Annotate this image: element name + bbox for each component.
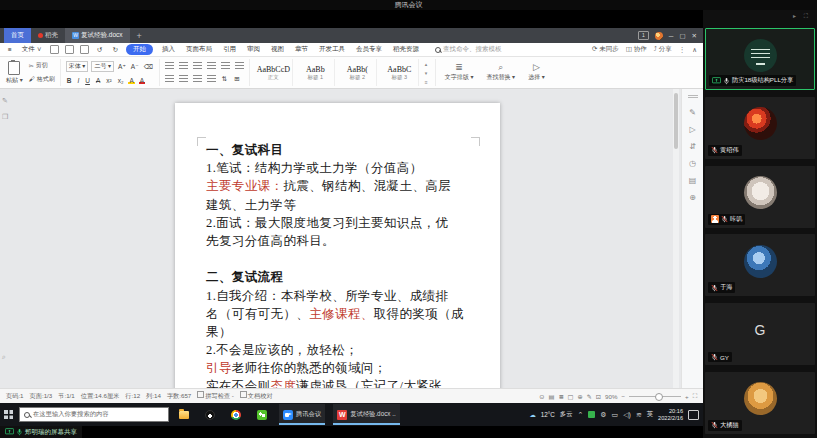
settings-gear-icon[interactable]: ⚙ (600, 411, 606, 419)
zoom-slider[interactable] (629, 396, 681, 397)
share-button[interactable]: ⤴ 分享 (654, 45, 672, 54)
close-button[interactable]: ✕ (692, 32, 697, 40)
undo-icon[interactable]: ↺ (95, 45, 104, 55)
highlight-color-button[interactable]: A (128, 77, 134, 84)
superscript-button[interactable]: x² (105, 77, 112, 84)
align-left-icon[interactable] (165, 75, 174, 83)
participant-tile[interactable]: 黄绍伟 (705, 97, 815, 159)
zoom-level[interactable]: 90% (605, 393, 617, 400)
increase-indent-icon[interactable] (207, 62, 216, 70)
font-color-button[interactable]: A (139, 77, 145, 84)
drag-handle[interactable] (688, 95, 698, 98)
line-spacing-icon[interactable]: ⇅ (221, 75, 228, 83)
subscript-button[interactable]: x₂ (117, 77, 125, 84)
account-avatar[interactable] (655, 32, 663, 40)
new-tab-button[interactable]: + (130, 28, 149, 43)
collaborate-button[interactable]: ◫ 协作 (626, 45, 647, 54)
scrollbar-thumb[interactable] (674, 93, 678, 149)
menu-item-插入[interactable]: 插入 (160, 44, 177, 55)
italic-button[interactable]: I (76, 77, 80, 84)
taskbar-app-qq[interactable] (201, 404, 219, 425)
weather-icon[interactable]: ☁ (529, 411, 535, 418)
menu-item-视图[interactable]: 视图 (269, 44, 286, 55)
align-right-icon[interactable] (193, 75, 202, 83)
format-painter-button[interactable]: 🖌 格式刷 (29, 75, 55, 84)
cut-button[interactable]: ✂ 剪切 (29, 61, 55, 70)
weather-desc[interactable]: 多云 (560, 410, 573, 419)
document-page[interactable]: 一、复试科目1.笔试：结构力学或土力学（分值高）主要专业课：抗震、钢结构、混凝土… (175, 103, 500, 388)
redo-icon[interactable]: ↻ (110, 45, 119, 55)
tab-home[interactable]: 首页 (4, 28, 31, 43)
minimize-button[interactable]: ─ (669, 32, 674, 39)
zoom-knob[interactable] (655, 393, 663, 401)
menu-item-引用[interactable]: 引用 (221, 44, 238, 55)
taskbar-app-wechat[interactable] (253, 404, 271, 425)
grow-font-button[interactable]: A⁺ (117, 63, 127, 71)
notification-badge[interactable]: 1 (638, 31, 649, 40)
select-button[interactable]: ▷ 选择 ▾ (524, 59, 549, 86)
print-icon[interactable] (65, 45, 74, 54)
ink-pen-icon[interactable]: ✎ (689, 109, 696, 117)
page-jump-icon[interactable]: ⇵ (689, 143, 696, 151)
menu-item-开始[interactable]: 开始 (126, 44, 153, 55)
style-标题 1[interactable]: AaBb标题 1 (297, 59, 335, 86)
style-标题 3[interactable]: AaBbC标题 3 (381, 59, 419, 86)
display-icon[interactable]: ▭ (612, 411, 619, 419)
spell-check-button[interactable]: 拼写检查 - (197, 391, 234, 401)
thumbnail-icon[interactable]: ▤ (689, 177, 697, 185)
clear-format-icon[interactable]: ⌫ (143, 63, 154, 71)
participant-tile[interactable]: GGY (705, 303, 815, 365)
sidebar-collapse-icon[interactable]: ▸ ⛶ (793, 12, 811, 20)
participant-tile[interactable]: 防灾18级结构PLL分享 (705, 28, 815, 90)
help-icon[interactable]: ⊕ (689, 194, 696, 202)
eye-protect-icon[interactable]: ⊙ (539, 393, 544, 400)
fit-page-icon[interactable]: ⊡ (596, 393, 601, 400)
pointer-icon[interactable]: ▷ (689, 126, 695, 134)
proofing-button[interactable]: 文档校对 (240, 391, 273, 401)
tray-expand-icon[interactable]: ⌃ (577, 411, 583, 419)
action-center-icon[interactable] (688, 410, 699, 420)
command-search[interactable]: 查找命令、搜索模板 (435, 45, 502, 54)
font-name-select[interactable]: 宋体 ▾ (66, 61, 89, 72)
maximize-button[interactable]: ▢ (679, 32, 685, 40)
tab-document[interactable]: W 复试经验.docx (65, 28, 130, 43)
align-center-icon[interactable] (179, 75, 188, 83)
menu-file[interactable]: 文件 ∨ (20, 44, 44, 55)
save-icon[interactable] (50, 45, 59, 54)
shrink-font-button[interactable]: A⁻ (130, 63, 140, 71)
read-view-icon[interactable]: ▢ (568, 393, 574, 400)
style-gallery-scroll[interactable]: ▴▾≡ (423, 59, 430, 86)
zoom-in-button[interactable]: + (685, 393, 689, 400)
paste-button[interactable]: 粘贴 ▾ (4, 61, 25, 85)
sync-status[interactable]: ⟳ 未同步 (592, 45, 619, 54)
menu-hamburger-icon[interactable]: ≡ (6, 45, 14, 54)
ime-indicator[interactable]: 英 (647, 410, 653, 419)
vertical-scrollbar[interactable] (673, 89, 679, 388)
fullscreen-icon[interactable]: ⛶ (693, 392, 697, 400)
history-icon[interactable]: ◷ (689, 160, 696, 168)
tab-docer[interactable]: 稻壳 (31, 28, 65, 43)
side-pencil-icon[interactable]: ✎ (2, 97, 8, 105)
ink-icon[interactable]: ✎ (587, 393, 592, 400)
preview-icon[interactable] (80, 45, 89, 54)
strikethrough-button[interactable]: A (95, 77, 101, 84)
menu-item-章节[interactable]: 章节 (293, 44, 310, 55)
start-button[interactable] (4, 410, 13, 419)
taskbar-app-chrome[interactable] (227, 404, 245, 425)
menu-item-审阅[interactable]: 审阅 (245, 44, 262, 55)
web-view-icon[interactable]: ⊕ (577, 393, 582, 400)
participant-tile[interactable]: 大橘猫 (705, 372, 815, 434)
style-标题 2[interactable]: AaBb(标题 2 (339, 59, 377, 86)
sort-icon[interactable] (235, 62, 244, 70)
zoom-out-button[interactable]: − (621, 393, 625, 400)
participant-tile[interactable]: 咔叽 (705, 166, 815, 228)
style-正文[interactable]: AaBbCcD正文 (255, 59, 293, 86)
side-nav-icon[interactable]: ⌕ (2, 353, 6, 361)
volume-icon[interactable]: ◁) (623, 411, 631, 419)
text-layout-button[interactable]: ≣ 文字排版 ▾ (441, 59, 478, 86)
taskbar-app-wps[interactable]: W复试经验.docx .. (333, 404, 400, 425)
clock[interactable]: 20:16 2022/2/16 (658, 408, 683, 421)
share-banner[interactable]: 郑明瑞的屏幕共享 (0, 426, 82, 438)
text-direction-icon[interactable] (221, 62, 230, 70)
bold-button[interactable]: B (66, 77, 73, 84)
